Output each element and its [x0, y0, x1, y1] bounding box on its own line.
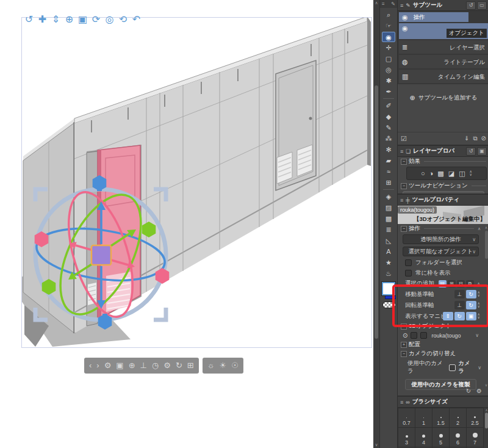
- object-tool-icon[interactable]: ◉: [382, 32, 395, 42]
- text-tool-icon[interactable]: A: [382, 247, 395, 257]
- delete-subtool-icon[interactable]: ⊘: [481, 135, 486, 142]
- scroll-down-icon[interactable]: ∨: [485, 383, 487, 387]
- scroll-up-icon[interactable]: ∧: [485, 225, 487, 229]
- camera-pan-icon[interactable]: ✚: [37, 13, 48, 26]
- menu-icon[interactable]: ≡: [382, 0, 385, 8]
- collapse-icon[interactable]: −: [401, 226, 407, 232]
- reset-pose-icon[interactable]: ↻: [176, 360, 182, 371]
- checkbox[interactable]: [449, 364, 456, 371]
- gizmo-center-handle[interactable]: [92, 245, 111, 265]
- collapse-icon[interactable]: −: [401, 183, 407, 189]
- object-move-3d-icon[interactable]: ▣: [77, 13, 88, 26]
- rotate-world-axis-icon[interactable]: ↻: [466, 301, 476, 309]
- gradient-tool-icon[interactable]: ▨: [382, 203, 395, 213]
- halftone-effect-icon[interactable]: ▩: [437, 170, 443, 178]
- 3d-object-row[interactable]: ⊙ rouka(tougo ∨: [403, 332, 479, 339]
- chevron-up-icon[interactable]: ∧: [477, 281, 480, 286]
- lock-add-icon[interactable]: ⊞: [187, 360, 194, 371]
- spinner-control[interactable]: ∧ ∨: [478, 313, 480, 319]
- camera-zoom-icon[interactable]: ⇕: [50, 13, 62, 26]
- scroll-down-icon[interactable]: ∨: [373, 443, 379, 447]
- decoration-tool-icon[interactable]: ✻: [382, 145, 395, 155]
- panel-tab-icon[interactable]: ▭: [477, 1, 487, 10]
- scrollbar-thumb[interactable]: [485, 413, 488, 428]
- tool-navigation-label[interactable]: − ツールナビゲーション: [398, 181, 488, 190]
- brush-size-cell[interactable]: 3: [398, 428, 415, 447]
- hand-tool-icon[interactable]: ☞: [382, 21, 395, 31]
- collapse-icon[interactable]: −: [401, 323, 407, 330]
- spinner-control[interactable]: ∧ ∨: [470, 170, 472, 176]
- brush-size-scrollbar[interactable]: ∧: [484, 408, 488, 448]
- move-local-axis-icon[interactable]: ⊥: [454, 290, 465, 298]
- scrollbar-thumb[interactable]: [485, 231, 488, 259]
- camera-angle-icon[interactable]: ▣: [116, 360, 123, 371]
- rotate-manipulator-icon[interactable]: ↻: [454, 312, 465, 320]
- fill-tool-icon[interactable]: ◈: [382, 192, 395, 202]
- eraser-tool-icon[interactable]: ◆: [382, 112, 395, 122]
- chevron-down-icon[interactable]: ∨: [478, 316, 480, 319]
- brush-size-cell[interactable]: 4: [415, 428, 432, 447]
- tool-property-header[interactable]: ≡ ╪ ツールプロパティ: [398, 195, 488, 206]
- menu-icon[interactable]: ≡: [400, 197, 403, 203]
- spinner-control[interactable]: ∧ ∨: [478, 291, 480, 297]
- object-rotate-y-icon[interactable]: ⟳: [90, 13, 102, 26]
- brush-size-header[interactable]: ≡ ∞ ブラシサイズ: [398, 397, 488, 408]
- camera-in-use-row[interactable]: 使用中のカメラ カメラ ∨: [407, 359, 481, 375]
- liquify-tool-icon[interactable]: ⊞: [382, 178, 395, 188]
- collapse-icon[interactable]: −: [401, 159, 407, 165]
- next-object-icon[interactable]: ›: [96, 360, 99, 371]
- brush-size-cell[interactable]: 2: [450, 408, 466, 427]
- reset-all-icon[interactable]: ↻: [466, 388, 471, 394]
- collapse-icon[interactable]: −: [401, 351, 407, 357]
- menu-icon[interactable]: ≡: [400, 148, 403, 154]
- object-move-plane-icon[interactable]: ⊕: [63, 13, 75, 26]
- chevron-down-icon[interactable]: ∨: [478, 294, 480, 297]
- rotate-local-axis-icon[interactable]: ⊥: [454, 301, 465, 309]
- border-effect-icon[interactable]: ○: [421, 170, 425, 178]
- scale-manipulator-icon[interactable]: ▣: [466, 312, 476, 320]
- pose-reset-icon[interactable]: ↶: [131, 13, 142, 26]
- stick-eraser-tool-icon[interactable]: ▰: [382, 156, 395, 166]
- brush-size-cell[interactable]: 1.5: [432, 408, 449, 427]
- scroll-up-icon[interactable]: ∧: [373, 1, 379, 5]
- transparent-area-dropdown[interactable]: 透明箇所の操作 ∨: [403, 234, 479, 244]
- tool-property-scrollbar[interactable]: ∧ ∨: [484, 225, 488, 387]
- dock-scrollbar[interactable]: ∧ ∨: [373, 0, 380, 448]
- tool-bar-header[interactable]: ≡ ✎: [380, 0, 397, 8]
- move-world-axis-icon[interactable]: ↻: [466, 290, 476, 298]
- 3d-object-section[interactable]: − 3Dオブジェクト: [398, 322, 484, 331]
- light-source-icon[interactable]: ☀: [220, 360, 227, 371]
- brush-size-cell[interactable]: 5: [432, 428, 449, 447]
- object-rotate-3d-icon[interactable]: ◎: [104, 13, 115, 26]
- tone-tool-icon[interactable]: ▩: [382, 214, 395, 224]
- marker-tool-icon[interactable]: ✐: [382, 101, 395, 111]
- expression-color-icon[interactable]: ◫: [459, 170, 465, 178]
- ground-snap-icon[interactable]: ⊥: [140, 360, 147, 371]
- brush-size-cell[interactable]: 6: [450, 428, 466, 447]
- scrollbar-thumb[interactable]: [375, 85, 378, 339]
- brush-size-cell[interactable]: 7: [467, 428, 483, 447]
- subtool-item-operate[interactable]: ◉操作: [399, 12, 468, 22]
- animation-tab-icon[interactable]: ▣: [477, 147, 487, 156]
- selectable-object-dropdown[interactable]: 選択可能なオブジェクト ∨: [403, 247, 479, 256]
- checkbox-icon[interactable]: ☑: [401, 135, 407, 143]
- layer-select-tool-icon[interactable]: ◎: [382, 65, 395, 75]
- layer-property-header[interactable]: ≡ ❏ レイヤープロパ ↺▣: [398, 146, 488, 157]
- subtool-item-light-table[interactable]: ◍ライトテーブル: [399, 55, 488, 68]
- scroll-up-icon[interactable]: ∧: [485, 408, 487, 412]
- pen-tool-icon[interactable]: ✎: [382, 123, 395, 133]
- selection-intersect-icon[interactable]: ⧉: [466, 280, 474, 287]
- object-rotate-x-icon[interactable]: ⟲: [117, 13, 129, 26]
- placement-section[interactable]: + 配置: [398, 340, 484, 349]
- selection-new-icon[interactable]: ▤: [439, 280, 447, 287]
- chevron-down-icon[interactable]: ∨: [478, 365, 481, 370]
- move-tool-icon[interactable]: ✛: [382, 43, 395, 53]
- subtool-item-timeline-edit[interactable]: ▥タイムライン編集: [399, 70, 488, 83]
- 3d-scene[interactable]: [0, 0, 373, 448]
- import-subtool-icon[interactable]: ⇓: [464, 135, 469, 142]
- figure-tool-icon[interactable]: ★: [382, 258, 395, 268]
- auto-select-tool-icon[interactable]: ✱: [382, 76, 395, 86]
- blend-tool-icon[interactable]: ≈: [382, 167, 395, 177]
- transparent-color-swatch[interactable]: [382, 302, 396, 308]
- brush-size-cell[interactable]: 2.5: [467, 408, 483, 427]
